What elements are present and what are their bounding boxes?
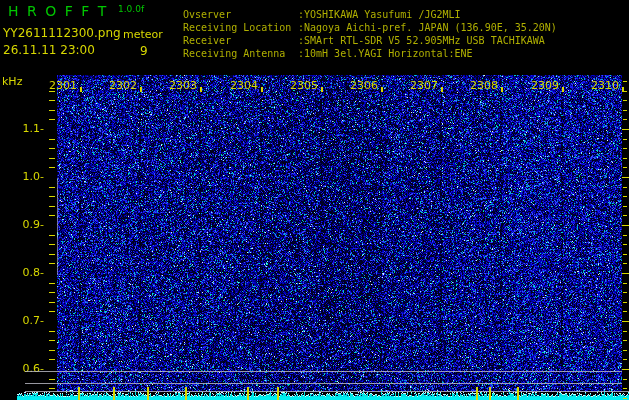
- station-info-label: Ovserver: [183, 8, 298, 21]
- station-info-line: Receiving Location:Nagoya Aichi-pref. JA…: [183, 21, 557, 34]
- capture-datetime: 26.11.11 23:00: [3, 43, 95, 57]
- mode-label: meteor: [123, 28, 163, 41]
- station-info-value: :10mH 3el.YAGI Horizontal:ENE: [298, 48, 473, 59]
- station-info-label: Receiver: [183, 34, 298, 47]
- spectrogram-canvas: [17, 75, 629, 400]
- station-info-line: Ovserver:YOSHIKAWA Yasufumi /JG2MLI: [183, 8, 557, 21]
- station-info-value: :YOSHIKAWA Yasufumi /JG2MLI: [298, 9, 461, 20]
- station-info-label: Receiving Antenna: [183, 47, 298, 60]
- station-info-value: :SMArt RTL-SDR V5 52.905MHz USB TACHIKAW…: [298, 35, 545, 46]
- capture-filename: YY2611112300.png: [3, 26, 121, 40]
- freq-unit-label: kHz: [2, 75, 22, 88]
- station-info-line: Receiving Antenna:10mH 3el.YAGI Horizont…: [183, 47, 557, 60]
- station-info-line: Receiver:SMArt RTL-SDR V5 52.905MHz USB …: [183, 34, 557, 47]
- app-version: 1.0.0f: [118, 4, 144, 14]
- station-info-value: :Nagoya Aichi-pref. JAPAN (136.90E, 35.2…: [298, 22, 557, 33]
- station-info-block: Ovserver:YOSHIKAWA Yasufumi /JG2MLIRecei…: [183, 8, 557, 60]
- hrofft-window: H R O F F T 1.0.0f YY2611112300.png mete…: [0, 0, 629, 400]
- station-info-label: Receiving Location: [183, 21, 298, 34]
- meteor-count: 9: [140, 44, 148, 58]
- app-title: H R O F F T: [8, 3, 108, 19]
